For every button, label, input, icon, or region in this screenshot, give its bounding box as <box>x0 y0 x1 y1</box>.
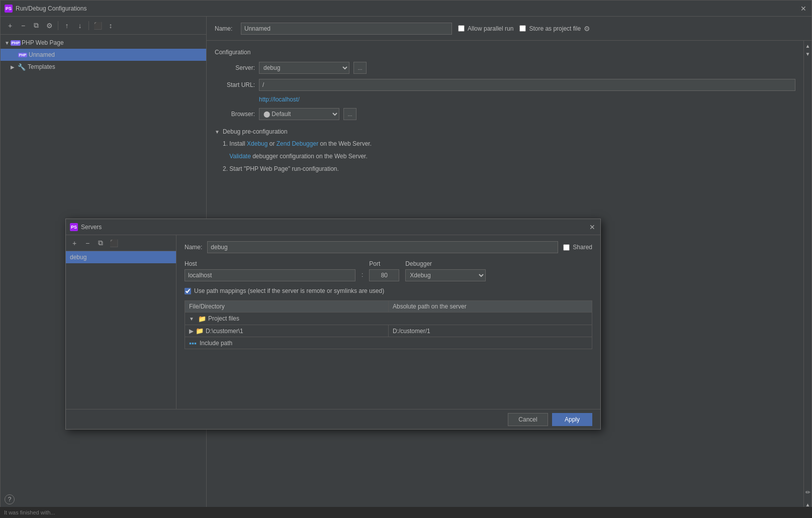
folder-abs-cell: D:/customer/1 <box>389 325 592 337</box>
main-titlebar: PS Run/Debug Configurations ✕ <box>1 1 811 17</box>
servers-toolbar: + − ⧉ ⬛ <box>66 235 176 251</box>
mapping-table-header: File/Directory Absolute path on the serv… <box>185 301 592 313</box>
xdebug-link[interactable]: Xdebug <box>247 140 267 147</box>
path-mappings-checkbox[interactable] <box>185 288 191 294</box>
folder-mapping-row: ▶ 📁 D:\customer\1 D:/customer/1 <box>185 325 592 337</box>
shared-checkbox[interactable] <box>563 244 570 251</box>
include-path-row: ▪▪▪ Include path <box>185 337 592 349</box>
php-group-icon: PHP <box>12 39 20 47</box>
apply-button[interactable]: Apply <box>552 413 592 426</box>
remove-server-button[interactable]: − <box>82 238 93 249</box>
move-server-button[interactable]: ⬛ <box>108 238 119 249</box>
project-files-label: Project files <box>208 315 239 322</box>
server-name-field-label: Name: <box>185 244 202 251</box>
templates-arrow: ▶ <box>11 64 18 70</box>
unnamed-config-icon: PHP <box>19 51 27 59</box>
start-url-row: Start URL: <box>215 79 795 91</box>
debug-step2: 2. Start "PHP Web Page" run-configuratio… <box>223 164 795 174</box>
main-close-button[interactable]: ✕ <box>799 5 807 13</box>
configuration-section-label: Configuration <box>215 49 795 56</box>
scroll-up-button[interactable]: ▲ <box>804 42 812 50</box>
store-project-checkbox[interactable] <box>519 25 526 32</box>
shared-label: Shared <box>573 244 592 251</box>
unnamed-config-label: Unnamed <box>29 51 55 58</box>
browser-select[interactable]: ⬤ Default <box>259 108 339 120</box>
unnamed-config-item[interactable]: PHP Unnamed <box>1 49 206 61</box>
add-server-button[interactable]: + <box>69 238 80 249</box>
sort-button[interactable]: ↕ <box>105 20 116 31</box>
path-mappings-row: Use path mappings (select if the server … <box>185 287 592 294</box>
scroll-down-button[interactable]: ▼ <box>804 50 812 58</box>
host-input[interactable] <box>185 269 355 281</box>
server-item-label: debug <box>70 254 86 261</box>
include-path-icon: ▪▪▪ <box>189 339 197 347</box>
templates-item[interactable]: ▶ 🔧 Templates <box>1 61 206 73</box>
server-more-button[interactable]: ... <box>353 62 367 74</box>
include-path-label: Include path <box>200 340 232 347</box>
allow-parallel-group: Allow parallel run <box>458 25 513 32</box>
folder-abs-value: D:/customer/1 <box>393 328 430 335</box>
debug-pre-header[interactable]: ▼ Debug pre-configuration <box>215 128 795 135</box>
php-web-page-header[interactable]: ▼ PHP PHP Web Page <box>1 37 206 49</box>
project-files-header[interactable]: ▼ 📁 Project files <box>185 313 592 325</box>
move-up-button[interactable]: ↑ <box>61 20 72 31</box>
copy-server-button[interactable]: ⧉ <box>95 238 106 249</box>
remove-config-button[interactable]: − <box>18 20 29 31</box>
move-down-button[interactable]: ↓ <box>74 20 85 31</box>
right-scrollbar: ▲ ▼ ✏ ▲ ▼ <box>803 41 811 517</box>
zend-debugger-link[interactable]: Zend Debugger <box>277 140 318 147</box>
server-select[interactable]: debug <box>259 62 349 74</box>
localhost-url-link[interactable]: http://localhost/ <box>259 96 300 103</box>
store-project-label: Store as project file <box>529 25 581 32</box>
browser-more-button[interactable]: ... <box>343 108 356 120</box>
server-field-label: Server: <box>215 64 255 71</box>
port-field-label: Port <box>369 260 399 267</box>
toolbar-sep1 <box>58 21 58 30</box>
store-project-gear[interactable]: ⚙ <box>584 25 590 33</box>
host-field-group: Host <box>185 260 355 281</box>
debug-pre-title: Debug pre-configuration <box>223 128 288 135</box>
folder-path-value: D:\customer\1 <box>206 328 243 335</box>
help-button[interactable]: ? <box>5 494 15 504</box>
debugger-select[interactable]: Xdebug Zend Debugger <box>405 269 486 281</box>
allow-parallel-checkbox[interactable] <box>458 25 465 32</box>
servers-list: debug <box>66 251 176 409</box>
start-url-field-label: Start URL: <box>215 81 255 88</box>
debug-pre-body: 1. Install Xdebug or Zend Debugger on th… <box>223 139 795 174</box>
validate-link[interactable]: Validate <box>229 153 250 160</box>
servers-close-button[interactable]: ✕ <box>588 223 596 231</box>
servers-dialog-title: Servers <box>81 224 102 231</box>
server-name-input[interactable] <box>207 241 558 253</box>
move-to-group-button[interactable]: ⬛ <box>92 20 103 31</box>
start-url-input[interactable] <box>259 79 795 91</box>
name-field-label: Name: <box>215 25 235 32</box>
servers-bottom-bar: Cancel Apply <box>66 409 600 429</box>
col-file-directory: File/Directory <box>185 301 389 312</box>
toolbar-sep2 <box>88 21 89 30</box>
settings-config-button[interactable]: ⚙ <box>44 20 55 31</box>
right-header: Name: Allow parallel run Store as projec… <box>207 17 811 41</box>
add-config-button[interactable]: + <box>5 20 16 31</box>
main-dialog-title: Run/Debug Configurations <box>16 5 86 12</box>
server-item-debug[interactable]: debug <box>66 251 176 263</box>
debug-pre-config-section: ▼ Debug pre-configuration 1. Install Xde… <box>215 128 795 174</box>
servers-config-panel: Name: Shared Host : Port Debugge <box>176 235 600 409</box>
path-mappings-label: Use path mappings (select if the server … <box>194 287 384 294</box>
localhost-url-row: http://localhost/ <box>259 96 795 103</box>
server-row: Server: debug ... <box>215 62 795 74</box>
servers-dialog: PS Servers ✕ + − ⧉ ⬛ debug Name: <box>65 219 601 430</box>
port-input[interactable] <box>369 269 399 281</box>
config-name-input[interactable] <box>241 23 452 35</box>
browser-row: Browser: ⬤ Default ... <box>215 108 795 120</box>
copy-config-button[interactable]: ⧉ <box>31 20 42 31</box>
debug-step1: 1. Install Xdebug or Zend Debugger on th… <box>223 139 795 149</box>
servers-body: + − ⧉ ⬛ debug Name: Shared <box>66 235 600 409</box>
mapping-table: File/Directory Absolute path on the serv… <box>185 300 592 349</box>
php-web-page-group: ▼ PHP PHP Web Page PHP Unnamed <box>1 37 206 61</box>
servers-app-icon: PS <box>70 223 78 231</box>
browser-field-label: Browser: <box>215 111 255 118</box>
edit-scroll-button[interactable]: ✏ <box>804 488 812 496</box>
left-toolbar: + − ⧉ ⚙ ↑ ↓ ⬛ ↕ <box>1 17 206 35</box>
cancel-button[interactable]: Cancel <box>508 413 548 426</box>
store-project-group: Store as project file ⚙ <box>519 25 590 33</box>
